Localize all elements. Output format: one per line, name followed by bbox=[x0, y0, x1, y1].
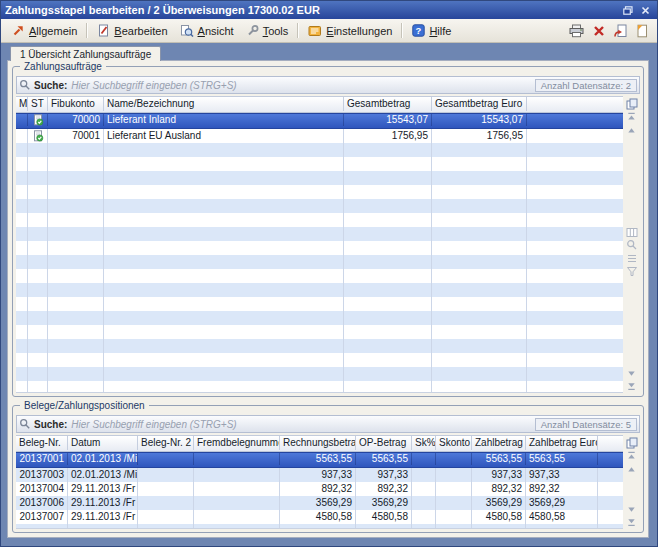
delete-button[interactable] bbox=[593, 25, 605, 37]
table-cell-filler bbox=[527, 269, 623, 283]
rows-icon[interactable] bbox=[626, 252, 638, 265]
arrow-bottom-icon[interactable] bbox=[627, 380, 636, 393]
table-cell bbox=[48, 157, 104, 171]
column-header[interactable]: Name/Bezeichnung bbox=[104, 97, 344, 111]
table-cell bbox=[48, 381, 104, 392]
arrow-down-icon[interactable] bbox=[627, 367, 636, 380]
column-header[interactable]: Skonto bbox=[436, 436, 472, 450]
table-row-empty bbox=[16, 143, 623, 157]
arrow-top-icon[interactable] bbox=[627, 110, 636, 123]
column-header[interactable]: Gesamtbetrag bbox=[344, 97, 432, 111]
filter-icon[interactable] bbox=[626, 265, 638, 278]
zoom-icon[interactable] bbox=[626, 239, 638, 252]
table-cell bbox=[48, 241, 104, 255]
table-cell: 892,32 bbox=[280, 482, 356, 496]
search-input[interactable]: Suche: Hier Suchbegriff eingeben (STRG+S… bbox=[16, 415, 640, 433]
table-row-empty bbox=[16, 353, 623, 367]
column-header[interactable]: Beleg-Nr. bbox=[16, 436, 68, 450]
table-cell bbox=[48, 255, 104, 269]
table-row-empty bbox=[16, 524, 623, 528]
column-header[interactable]: OP-Betrag bbox=[356, 436, 412, 450]
column-header[interactable]: Sk% bbox=[412, 436, 436, 450]
menu-item-hilfe[interactable]: ?Hilfe bbox=[406, 22, 457, 39]
record-count: Anzahl Datensätze: 2 bbox=[535, 79, 637, 92]
table-cell bbox=[28, 353, 48, 367]
columns-icon[interactable] bbox=[626, 226, 638, 239]
table-cell bbox=[432, 311, 527, 325]
table-cell bbox=[16, 339, 28, 353]
table-row[interactable]: 2013700102.01.2013 /Mi5563,555563,555563… bbox=[16, 452, 623, 468]
menu-item-allgemein[interactable]: Allgemein bbox=[6, 22, 83, 39]
column-header[interactable]: M bbox=[16, 97, 28, 111]
table-cell bbox=[16, 255, 28, 269]
table-row[interactable]: 2013700429.11.2013 /Fr892,32892,32892,32… bbox=[16, 482, 623, 496]
column-header[interactable]: Gesamtbetrag Euro bbox=[432, 97, 527, 111]
table-row[interactable]: 70001Lieferant EU Ausland1756,951756,95 bbox=[16, 129, 623, 143]
table-cell bbox=[432, 157, 527, 171]
table-cell bbox=[104, 143, 344, 157]
menu-item-tools[interactable]: Tools bbox=[240, 22, 295, 39]
column-header[interactable]: Rechnungsbetrag bbox=[280, 436, 356, 450]
table-row[interactable]: 2013700629.11.2013 /Fr3569,293569,293569… bbox=[16, 496, 623, 510]
table-cell bbox=[16, 143, 28, 157]
arrow-up-icon[interactable] bbox=[627, 462, 636, 475]
table-row[interactable]: 2013700302.01.2013 /Mi937,33937,33937,33… bbox=[16, 468, 623, 482]
table-cell: 20137004 bbox=[16, 482, 68, 496]
table-cell bbox=[432, 283, 527, 297]
column-header[interactable]: Zahlbetrag bbox=[472, 436, 526, 450]
table-cell bbox=[28, 241, 48, 255]
column-chooser-icon[interactable] bbox=[626, 436, 638, 449]
table-cell bbox=[356, 524, 412, 528]
paste-button[interactable] bbox=[614, 24, 627, 38]
table-cell bbox=[104, 171, 344, 185]
close-button[interactable] bbox=[638, 4, 653, 17]
table-cell bbox=[16, 157, 28, 171]
search-input[interactable]: Suche: Hier Suchbegriff eingeben (STRG+S… bbox=[16, 76, 640, 94]
column-header[interactable]: Beleg-Nr. 2 bbox=[138, 436, 194, 450]
arrow-down-icon[interactable] bbox=[627, 503, 636, 516]
table-cell bbox=[48, 353, 104, 367]
table-cell bbox=[412, 524, 436, 528]
arrow-top-icon[interactable] bbox=[627, 449, 636, 462]
menu-item-einstellungen[interactable]: Einstellungen bbox=[302, 22, 398, 39]
table-cell bbox=[104, 199, 344, 213]
arrow-up-icon[interactable] bbox=[627, 123, 636, 136]
group-title: Belege/Zahlungspositionen bbox=[20, 400, 149, 411]
column-header[interactable]: ST bbox=[28, 97, 48, 111]
menu-item-label: Ansicht bbox=[198, 25, 234, 37]
table-cell bbox=[432, 171, 527, 185]
table-cell bbox=[344, 381, 432, 392]
table-cell: 4580,58 bbox=[356, 510, 412, 524]
menu-item-label: Hilfe bbox=[429, 25, 451, 37]
table-cell: 20137006 bbox=[16, 496, 68, 510]
table-cell bbox=[48, 227, 104, 241]
restore-button[interactable] bbox=[620, 4, 635, 17]
table-cell bbox=[432, 325, 527, 339]
table-row[interactable]: 70000Lieferant Inland15543,0715543,07 bbox=[16, 113, 623, 129]
tab-uebersicht-zahlungsauftraege[interactable]: 1 Übersicht Zahlungsaufträge bbox=[10, 46, 161, 61]
column-header[interactable]: Zahlbetrag Euro bbox=[526, 436, 598, 450]
table-cell-filler bbox=[527, 171, 623, 185]
column-header[interactable]: Datum bbox=[68, 436, 138, 450]
table-row[interactable]: 2013700729.11.2013 /Fr4580,584580,584580… bbox=[16, 510, 623, 524]
close-icon bbox=[641, 6, 650, 15]
table-cell-filler bbox=[527, 157, 623, 171]
new-button[interactable] bbox=[636, 24, 648, 38]
column-header[interactable]: Fremdbelegnummer bbox=[194, 436, 280, 450]
belege-group: Belege/Zahlungspositionen Suche: Hier Su… bbox=[12, 405, 644, 533]
column-chooser-icon[interactable] bbox=[626, 97, 638, 110]
table-cell bbox=[344, 227, 432, 241]
column-header[interactable]: Fibukonto bbox=[48, 97, 104, 111]
menu-item-ansicht[interactable]: Ansicht bbox=[174, 22, 240, 39]
print-button[interactable] bbox=[569, 24, 584, 38]
menu-item-bearbeiten[interactable]: Bearbeiten bbox=[91, 22, 173, 39]
table-row-empty bbox=[16, 171, 623, 185]
table-body: 70000Lieferant Inland15543,0715543,07700… bbox=[16, 113, 623, 392]
arrow-bottom-icon[interactable] bbox=[627, 516, 636, 529]
doc-check-icon bbox=[32, 130, 44, 142]
table-cell-filler bbox=[527, 213, 623, 227]
delete-x-icon bbox=[593, 25, 605, 37]
table-cell bbox=[28, 283, 48, 297]
table-cell bbox=[16, 185, 28, 199]
table-cell: 892,32 bbox=[526, 482, 598, 496]
